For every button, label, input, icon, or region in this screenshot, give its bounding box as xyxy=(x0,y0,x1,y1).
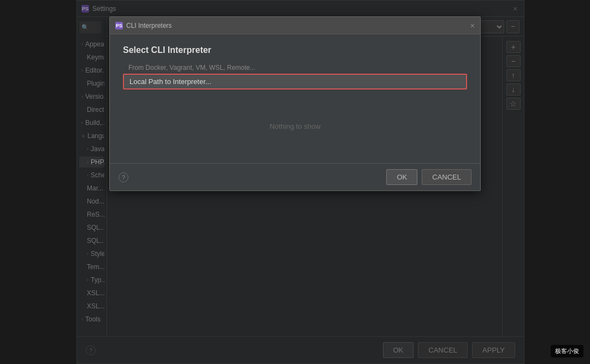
local-path-option[interactable]: Local Path to Interpreter... xyxy=(123,74,467,89)
dialog-title: CLI Interpreters xyxy=(126,22,172,29)
dialog-icon: PS xyxy=(115,22,123,29)
nothing-to-show-label: Nothing to show xyxy=(123,89,467,152)
dialog-titlebar: PS CLI Interpreters × xyxy=(110,17,480,34)
dialog-section-title: Select CLI Interpreter xyxy=(123,45,467,55)
dialog-bottom-buttons: OK CANCEL xyxy=(386,169,471,185)
dialog-bottom-bar: ? OK CANCEL xyxy=(110,163,480,190)
watermark: 极客小俊 xyxy=(551,345,583,357)
dialog-ok-button[interactable]: OK xyxy=(386,169,417,185)
dialog-cancel-button[interactable]: CANCEL xyxy=(422,169,471,185)
dialog-body: Select CLI Interpreter From Docker, Vagr… xyxy=(110,34,480,163)
dialog-help-icon[interactable]: ? xyxy=(119,172,128,182)
dialog-titlebar-left: PS CLI Interpreters xyxy=(115,22,172,29)
dialog-overlay: PS CLI Interpreters × Select CLI Interpr… xyxy=(0,0,590,364)
cli-interpreters-dialog: PS CLI Interpreters × Select CLI Interpr… xyxy=(109,16,481,191)
from-docker-label: From Docker, Vagrant, VM, WSL, Remote... xyxy=(123,64,467,71)
dialog-close-button[interactable]: × xyxy=(470,21,475,30)
